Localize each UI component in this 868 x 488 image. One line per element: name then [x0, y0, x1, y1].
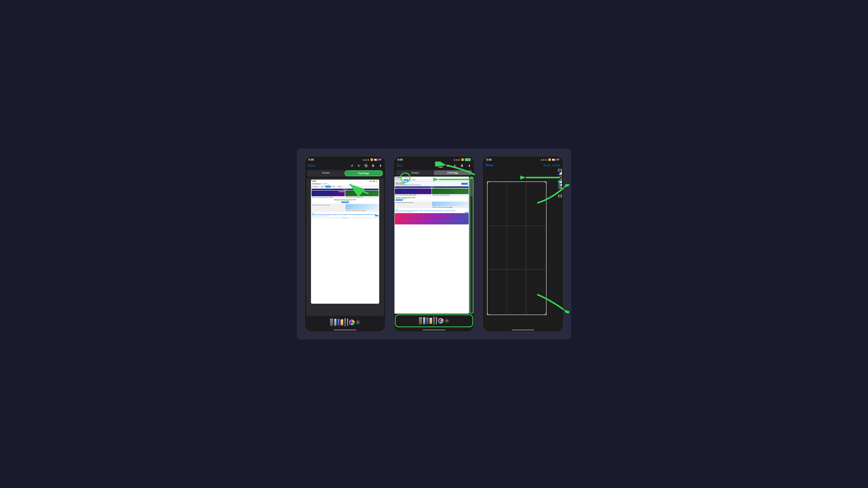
p2-product-img [395, 213, 469, 224]
article4: AirPods Pro 2: Here are five reasons to … [345, 204, 379, 212]
phone3-cancel-btn[interactable]: Cancel [552, 164, 560, 167]
p2-tool-ruler2[interactable] [436, 317, 437, 325]
phone3-status-bar: 5:05 ▲▲▲ 📶 57 [483, 156, 563, 162]
ruler2-brush [347, 319, 348, 326]
markup-icon[interactable]: ✎ [364, 164, 368, 168]
p2-tool-dark-pen[interactable] [419, 317, 422, 325]
phone2-share-icon[interactable]: ⬆ [467, 164, 471, 168]
p2-tool-eraser[interactable] [430, 318, 432, 324]
screen-tab[interactable]: Screen [307, 170, 344, 176]
p2-dont-allow[interactable]: Don't Allow Paste [395, 199, 403, 201]
headline-title: iPhone 14 Pro camera shaking and rattlin… [312, 214, 379, 216]
tool-light-pen[interactable] [334, 319, 336, 326]
scroll-handle6 [470, 186, 473, 187]
tool-eraser[interactable] [341, 319, 343, 325]
article4-img [345, 204, 379, 210]
phone1-done-btn[interactable]: Done [308, 164, 315, 167]
phone1-home-indicator [305, 328, 385, 332]
phone3-done-btn[interactable]: Done [486, 164, 493, 167]
scroll-handle13 [470, 195, 473, 196]
tool-ruler1[interactable] [344, 318, 346, 326]
phone1-status-right: ▲▲▲ 📶 57 [363, 158, 382, 161]
phone3-home-indicator [483, 328, 563, 332]
phone3-wifi: 📶 [548, 158, 551, 161]
home-bar [334, 329, 356, 330]
undo-icon[interactable]: ↺ [350, 164, 354, 168]
crop-corner-br[interactable] [544, 313, 547, 315]
p2-ruler1 [433, 317, 435, 325]
p2-light-pen [423, 317, 425, 324]
phone2-home-indicator [394, 328, 474, 332]
article2-text: iPhone 14 Action mode: First impressions [345, 196, 379, 198]
thumb2 [558, 175, 562, 177]
phone1: 5:05 ▲▲▲ 📶 57 Done ↺ ↻ ✎ 🗑 [304, 156, 386, 332]
tab-store: Store [320, 186, 325, 188]
inner-icons: ▲▲ 📶 🔋 [369, 180, 378, 182]
phone2-toolbar-icons: ↺ ↻ 🗑 ⬆ [438, 164, 471, 168]
p2-tool-blue-pen[interactable] [427, 318, 428, 324]
p2-color-wheel[interactable] [438, 318, 443, 323]
blue-pen-brush [338, 319, 339, 326]
headline-meta: Chance Miller · Sep. 19th 2022 1:00 pm P… [312, 216, 379, 217]
permission-title: "Messages" would like to paste from "Saf… [313, 199, 378, 200]
scroll-handle4 [470, 183, 473, 184]
article1-text: iPhone 14 Pro camera module shaking and … [312, 196, 345, 198]
crop-corner-bl[interactable] [487, 313, 489, 315]
phone3-reset-cancel: Reset Cancel [544, 164, 560, 167]
thumb6 [558, 186, 562, 189]
phone2-timer: 00:00:00 [395, 186, 469, 188]
tool-ruler2[interactable] [347, 319, 348, 326]
thumb4 [558, 181, 562, 183]
phone3: 5:05 ▲▲▲ 📶 57 Done Reset Cancel [482, 156, 564, 332]
share-icon[interactable]: ⬆ [378, 164, 382, 168]
crop-icon[interactable] [438, 164, 443, 168]
tab-iphone: iPhone [325, 186, 331, 188]
light-pen-brush [334, 319, 336, 326]
p2-blue-pen [427, 318, 428, 324]
bci-corner [561, 196, 562, 197]
p3-battery-fill [552, 159, 555, 160]
p2-tab-watch: Watch [412, 179, 415, 181]
headline-section: TODAY iPhone 14 Pro camera shaking and r… [311, 212, 379, 217]
phone2-signal-icon: ▲▲▲ [454, 158, 460, 161]
phone1-time: 5:05 [309, 158, 314, 161]
phone2-full-page-tab[interactable]: Full Page [434, 170, 472, 175]
article2-img [345, 191, 379, 196]
p2-meta: Chance Miller · Sep. 19th 2022 1:00 pm P… [395, 212, 468, 213]
redo-icon[interactable]: ↻ [357, 164, 361, 168]
phone2-wrapper: 5:05 ▲▲▲ 📶 Don [393, 156, 475, 332]
p2-dark-pen [419, 317, 422, 325]
thumb5 [558, 183, 562, 186]
crop-corner-tl[interactable] [487, 182, 489, 184]
preview-articles-2: iOS 16 would like your permission to pas… [312, 204, 379, 212]
full-page-tab[interactable]: Full Page [344, 170, 383, 176]
article1-img: ACTION MODE [312, 191, 345, 196]
phone2-screen-tab[interactable]: Screen [396, 170, 434, 175]
phone2-delete-icon[interactable]: 🗑 [460, 164, 464, 168]
get-started-btn[interactable]: Get Started [461, 183, 468, 185]
top-corner-indicator [558, 169, 562, 171]
p2-plus-button[interactable]: + [444, 319, 449, 323]
phone3-battery [552, 159, 556, 161]
p2-article3: iOS 16 would like your permission to pas… [395, 202, 432, 208]
phone2-tools-bar: + [395, 315, 473, 327]
phone2-undo-icon[interactable]: ↺ [446, 164, 450, 168]
phone2-nav-icons: ▶ f ⋮ $ ✦ 🔍 [402, 177, 410, 178]
phone2-redo-icon[interactable]: ↻ [453, 164, 457, 168]
phone3-reset-btn[interactable]: Reset [544, 164, 551, 167]
p2-tool-ruler1[interactable] [433, 317, 435, 325]
color-wheel[interactable] [349, 320, 354, 325]
delete-icon[interactable]: 🗑 [371, 164, 375, 168]
tool-dark-pen[interactable] [330, 319, 333, 326]
p3-home-bar [512, 329, 534, 330]
plus-button[interactable]: + [355, 320, 360, 325]
p2-tab-more: › [416, 179, 416, 181]
p2-ruler2 [436, 317, 437, 325]
crop-corner-tr[interactable] [544, 182, 547, 184]
battery-icon [374, 159, 378, 161]
p2-tool-light-pen[interactable] [423, 317, 425, 324]
dont-allow-btn[interactable]: Don't Allow Paste [341, 202, 349, 203]
tool-blue-pen[interactable] [338, 319, 339, 326]
phone2-scrollbar [469, 176, 473, 314]
grid-h1 [488, 226, 546, 226]
